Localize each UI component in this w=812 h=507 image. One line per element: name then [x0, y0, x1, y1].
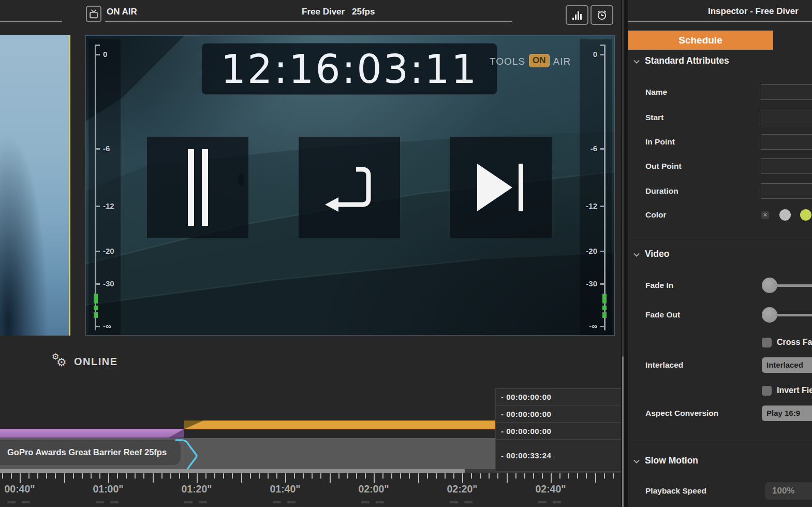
schedule-button[interactable]: Schedule: [628, 31, 773, 50]
timecode-row-list: - 00:00:00:00 - 00:00:00:00 - 00:00:00:0…: [495, 388, 621, 472]
ruler-tick: [82, 473, 83, 479]
ruler-label: 02:40": [535, 483, 566, 495]
meter-tick: [600, 251, 606, 252]
on-air-playout-window: ON AIR Free Diver 25fps 12:: [0, 0, 812, 507]
ruler-ticks: [0, 473, 621, 484]
ruler-tick: [294, 473, 295, 479]
section-divider: [628, 240, 812, 240]
playback-speed-value[interactable]: 100%: [765, 482, 812, 500]
duration-label: Duration: [645, 186, 678, 196]
inspector-underline: [628, 21, 812, 22]
playback-speed-label: Playback Speed: [645, 486, 706, 496]
ruler-tick: [604, 473, 605, 479]
ruler-sublabel-fragment: [22, 501, 30, 503]
color-none-swatch[interactable]: ×: [761, 211, 769, 219]
in-point-input[interactable]: [761, 134, 812, 150]
fade-out-wedge: [169, 429, 184, 438]
toolsonair-watermark: tools ON air: [490, 52, 571, 68]
fade-in-slider-thumb[interactable]: [762, 278, 777, 293]
ruler-tick: [232, 473, 233, 479]
section-slow-motion: Slow Motion: [645, 455, 698, 466]
ruler-tick: [409, 473, 410, 479]
loop-button[interactable]: [299, 137, 400, 238]
ruler-tick: [46, 473, 47, 479]
levels-bars-icon: [571, 9, 583, 21]
inspector-scrollbar-thumb[interactable]: [622, 356, 624, 507]
alarm-clock-button[interactable]: [590, 5, 613, 25]
invert-fields-label: Invert Fields: [777, 386, 812, 395]
meter-level-segment: [94, 294, 98, 303]
program-title: Free Diver: [302, 7, 345, 17]
meter-tick: [95, 148, 100, 150]
ruler-label: 00:40": [4, 483, 35, 495]
meter-label: 0: [103, 50, 107, 59]
ruler-tick: [559, 473, 560, 479]
inspector-panel: Inspector - Free Diver Schedule Standard…: [628, 0, 812, 507]
interlaced-popup[interactable]: Interlaced: [762, 357, 812, 373]
out-point-input[interactable]: [761, 158, 812, 174]
clip-name-badge[interactable]: GoPro Awards Great Barrier Reef 25fps: [0, 440, 181, 465]
timeline-scrollbar-thumb[interactable]: [0, 469, 465, 473]
timeline-clip-strip[interactable]: GoPro Awards Great Barrier Reef 25fps: [0, 438, 495, 469]
meter-scale-line: [604, 45, 606, 330]
audio-levels-button[interactable]: [566, 5, 588, 25]
ruler-tick: [453, 473, 454, 479]
ruler-tick: [480, 473, 481, 479]
ruler-tick: [250, 473, 251, 479]
cross-fade-checkbox[interactable]: [762, 338, 772, 347]
aspect-conversion-popup[interactable]: Play 16:9: [762, 405, 812, 421]
cross-fade-label: Cross Fade: [777, 338, 812, 347]
timecode-row[interactable]: - 00:00:00:00: [496, 405, 621, 423]
ruler-tick: [55, 473, 56, 479]
on-air-title: ON AIR: [107, 7, 137, 17]
ruler-sublabel-fragment: [184, 501, 193, 503]
meter-label: -12: [586, 201, 597, 210]
ruler-tick: [161, 473, 163, 479]
online-status-label: ONLINE: [74, 356, 118, 368]
play-next-button[interactable]: [450, 137, 552, 238]
ruler-tick: [356, 473, 357, 479]
ruler-sublabel-fragment: [96, 501, 104, 503]
pause-button[interactable]: [147, 137, 248, 238]
timecode-row[interactable]: - 00:00:00:00: [496, 423, 621, 440]
ruler-sublabel-fragment: [464, 501, 473, 503]
toolsonair-logo-icon: ON: [529, 54, 550, 67]
meter-level-segment: [602, 294, 607, 303]
ruler-tick: [613, 473, 614, 479]
duration-input[interactable]: [761, 183, 812, 199]
program-fps: 25fps: [352, 7, 375, 17]
ruler-tick: [197, 473, 198, 483]
center-panel-underline: [105, 21, 512, 22]
chevron-down-icon[interactable]: [633, 251, 640, 258]
ruler-tick: [223, 473, 224, 479]
timecode-row[interactable]: - 00:00:33:24: [496, 440, 621, 472]
live-position-marker[interactable]: [175, 439, 199, 474]
section-divider: [628, 443, 812, 443]
color-swatch-gray[interactable]: [779, 209, 791, 221]
meter-tick: [600, 283, 606, 285]
timecode-row[interactable]: - 00:00:00:00: [496, 389, 621, 405]
invert-fields-checkbox[interactable]: [762, 386, 772, 396]
start-input[interactable]: [761, 110, 812, 125]
ruler-sublabel-fragment: [538, 501, 547, 503]
ruler-tick: [427, 473, 428, 479]
ruler-tick: [205, 473, 206, 479]
color-swatch-green[interactable]: [800, 209, 811, 221]
ruler-label: 01:20": [181, 483, 212, 495]
tv-icon-button[interactable]: [86, 6, 101, 22]
ruler-labels: 00:40" 01:00" 01:20" 01:40" 02:00" 02:20…: [0, 483, 621, 497]
color-label: Color: [645, 210, 666, 220]
chevron-down-icon[interactable]: [633, 458, 640, 465]
fade-out-slider-thumb[interactable]: [762, 307, 777, 323]
chevron-down-icon[interactable]: [633, 58, 640, 65]
timeline-bar-purple[interactable]: [0, 429, 184, 438]
ruler-tick: [542, 473, 543, 479]
timeline-bar-yellow[interactable]: [184, 421, 495, 429]
ruler-sublabel-fragment: [553, 501, 561, 503]
ruler-tick: [524, 473, 525, 479]
ruler-tick: [20, 473, 21, 483]
name-input[interactable]: [761, 84, 812, 100]
preview-monitor-thumbnail[interactable]: [0, 35, 70, 336]
ruler-tick: [241, 473, 242, 483]
ruler-tick: [586, 473, 587, 479]
